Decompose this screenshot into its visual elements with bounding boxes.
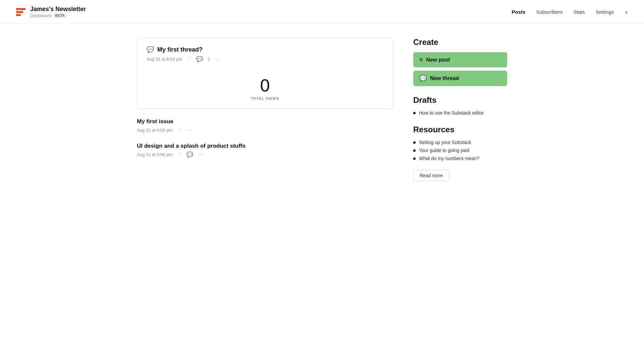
list-item[interactable]: How to use the Substack editor (413, 110, 507, 116)
brand-text: James's Newsletter Dashboard BETA (30, 6, 86, 18)
brand-area: James's Newsletter Dashboard BETA (16, 6, 86, 18)
resource-item-2: Your guide to going paid (419, 148, 470, 153)
list-item[interactable]: What do my numbers mean? (413, 156, 507, 161)
read-more-button[interactable]: Read more (413, 170, 449, 181)
thread-meta: Aug 31 at 6:03 pm ♡ 💬 1 ··· (147, 56, 383, 62)
more-options-icon-3[interactable]: ··· (198, 152, 203, 158)
logo-bar-2 (16, 11, 23, 13)
post-title-2[interactable]: UI design and a splash of product stuffs (137, 143, 393, 149)
thread-card: 💬 My first thread? Aug 31 at 6:03 pm ♡ 💬… (137, 38, 393, 109)
drafts-heading: Drafts (413, 95, 507, 105)
more-options-icon-2[interactable]: ··· (186, 127, 192, 133)
bullet-icon (413, 157, 416, 160)
beta-badge: BETA (54, 13, 66, 18)
new-thread-label: New thread (430, 75, 459, 81)
drafts-section: Drafts How to use the Substack editor (413, 95, 507, 116)
list-item[interactable]: Setting up your Substack (413, 140, 507, 145)
chevron-down-icon[interactable]: ∨ (625, 9, 628, 15)
heart-icon[interactable]: ♡ (187, 56, 192, 62)
nav-posts[interactable]: Posts (512, 9, 526, 15)
resource-item-3: What do my numbers mean? (419, 156, 479, 161)
content-column: 💬 My first thread? Aug 31 at 6:03 pm ♡ 💬… (137, 38, 393, 181)
main-layout: 💬 My first thread? Aug 31 at 6:03 pm ♡ 💬… (121, 24, 523, 195)
thread-title: My first thread? (157, 46, 203, 53)
thread-title-row: 💬 My first thread? (147, 46, 383, 53)
logo-bar-1 (16, 8, 25, 10)
bullet-icon (413, 149, 416, 152)
brand-sub: Dashboard BETA (30, 13, 86, 18)
post-item: My first issue Aug 31 at 6:02 pm ♡ ··· (137, 118, 393, 133)
main-nav: Posts Subscribers Stats Settings ∨ (512, 9, 628, 15)
views-label: TOTAL VIEWS (147, 96, 383, 100)
sidebar: Create ≡ New post 💬 New thread Drafts Ho… (413, 38, 507, 181)
nav-stats[interactable]: Stats (574, 9, 585, 15)
comment-icon-2[interactable]: 💬 (186, 151, 193, 158)
resources-heading: Resources (413, 125, 507, 134)
post-date-2: Aug 31 at 5:56 pm (137, 152, 172, 157)
brand-name: James's Newsletter (30, 6, 86, 13)
heart-icon-2[interactable]: ♡ (177, 127, 182, 133)
new-thread-button[interactable]: 💬 New thread (413, 71, 507, 86)
post-title-1[interactable]: My first issue (137, 118, 393, 125)
bullet-icon (413, 141, 416, 144)
thread-icon: 💬 (147, 46, 154, 53)
views-section: 0 TOTAL VIEWS (147, 69, 383, 100)
logo-icon (16, 8, 25, 16)
drafts-list: How to use the Substack editor (413, 110, 507, 116)
logo-bar-3 (16, 14, 21, 16)
new-post-label: New post (426, 57, 450, 63)
new-thread-icon: 💬 (419, 75, 427, 82)
nav-settings[interactable]: Settings (596, 9, 614, 15)
list-item[interactable]: Your guide to going paid (413, 148, 507, 153)
comment-count: 1 (208, 57, 210, 62)
comment-icon[interactable]: 💬 (196, 56, 203, 62)
post-item-2: UI design and a splash of product stuffs… (137, 143, 393, 158)
views-number: 0 (147, 76, 383, 95)
new-post-button[interactable]: ≡ New post (413, 52, 507, 67)
thread-date: Aug 31 at 6:03 pm (147, 57, 182, 62)
post-meta-2: Aug 31 at 5:56 pm ♡ 💬 ··· (137, 151, 393, 158)
create-heading: Create (413, 38, 507, 47)
bullet-icon (413, 112, 416, 114)
more-options-icon[interactable]: ··· (215, 56, 220, 62)
draft-item-1: How to use the Substack editor (419, 110, 484, 116)
nav-subscribers[interactable]: Subscribers (536, 9, 562, 15)
resources-section: Resources Setting up your Substack Your … (413, 125, 507, 181)
post-date-1: Aug 31 at 6:02 pm (137, 128, 172, 133)
new-post-icon: ≡ (419, 56, 423, 63)
header: James's Newsletter Dashboard BETA Posts … (0, 0, 644, 24)
resources-list: Setting up your Substack Your guide to g… (413, 140, 507, 161)
post-meta-1: Aug 31 at 6:02 pm ♡ ··· (137, 127, 393, 133)
resource-item-1: Setting up your Substack (419, 140, 471, 145)
heart-icon-3[interactable]: ♡ (177, 151, 182, 158)
